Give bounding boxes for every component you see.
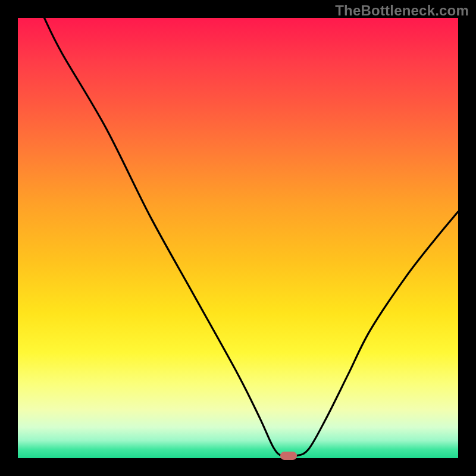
plot-area xyxy=(18,18,458,458)
watermark-text: TheBottleneck.com xyxy=(335,2,469,19)
chart-container: TheBottleneck.com xyxy=(0,0,476,476)
curve-svg xyxy=(18,18,458,458)
optimal-marker xyxy=(280,452,297,460)
bottleneck-curve xyxy=(44,18,458,457)
